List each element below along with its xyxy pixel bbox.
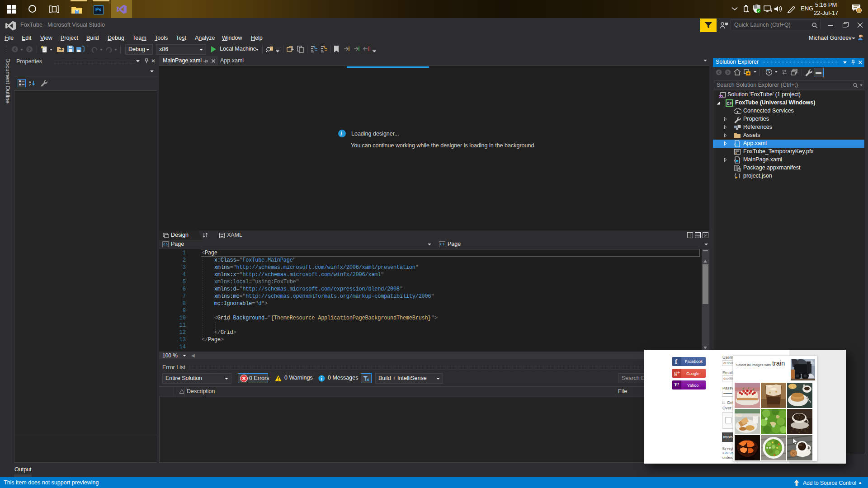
svg-text:C#: C# <box>727 101 732 106</box>
svg-text:Z: Z <box>29 84 31 86</box>
svg-text:1: 1 <box>858 9 860 13</box>
svg-text:∞: ∞ <box>719 92 723 99</box>
svg-text:A: A <box>29 80 31 84</box>
